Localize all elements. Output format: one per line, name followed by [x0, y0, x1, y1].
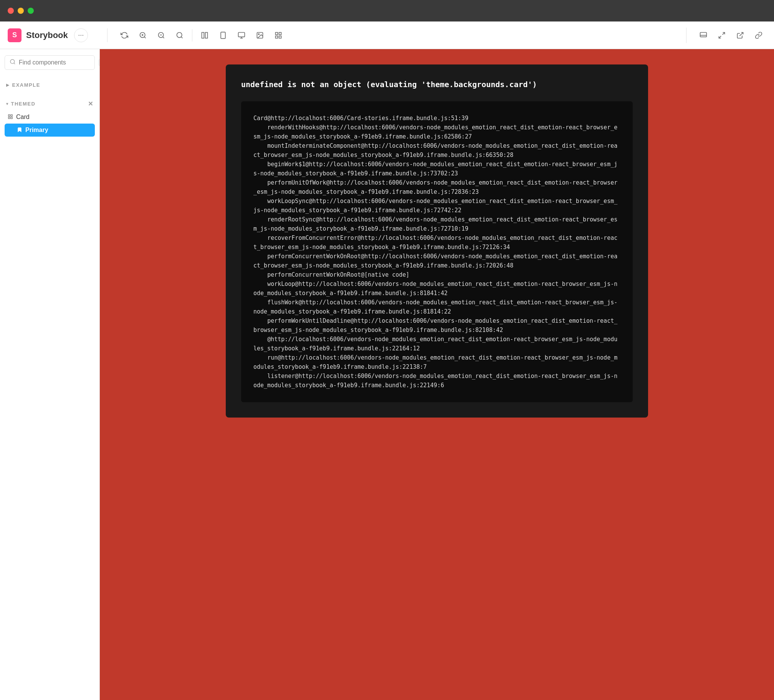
nav-section-themed-label: THEMED [11, 101, 36, 107]
svg-line-8 [181, 36, 183, 38]
zoom-out-button[interactable] [154, 28, 169, 43]
svg-rect-13 [238, 32, 245, 37]
toolbar-right [686, 28, 766, 43]
storybook-icon-letter: S [12, 31, 17, 39]
nav-section-example-header[interactable]: ▶ EXAMPLE [5, 79, 95, 91]
nav-section-themed: ▾ THEMED ✕ Card [0, 94, 99, 140]
storybook-icon: S [8, 28, 22, 42]
search-box[interactable]: / [5, 55, 95, 70]
svg-line-5 [163, 36, 164, 38]
svg-rect-10 [205, 32, 208, 38]
svg-line-1 [144, 36, 146, 38]
traffic-light-fullscreen[interactable] [28, 8, 34, 14]
content: / ▶ EXAMPLE ▾ THEMED ✕ [0, 49, 774, 700]
toolbar-separator-1 [192, 29, 192, 41]
traffic-light-close[interactable] [8, 8, 14, 14]
chevron-right-icon: ▶ [6, 83, 10, 87]
image-button[interactable] [252, 28, 268, 43]
search-icon [10, 59, 16, 66]
error-stack: Card@http://localhost:6006/Card-stories.… [241, 101, 633, 402]
preview-area: undefined is not an object (evaluating '… [100, 49, 774, 700]
svg-line-26 [739, 32, 743, 36]
svg-point-7 [177, 32, 182, 37]
storybook-title: Storybook [26, 30, 68, 40]
error-panel: undefined is not an object (evaluating '… [226, 64, 648, 418]
nav-section-example-label: EXAMPLE [12, 82, 40, 88]
zoom-reset-button[interactable] [172, 28, 187, 43]
link-button[interactable] [751, 28, 766, 43]
svg-point-27 [10, 59, 15, 64]
nav-item-card-label: Card [16, 114, 30, 121]
nav-section-example: ▶ EXAMPLE [0, 76, 99, 94]
error-title: undefined is not an object (evaluating '… [241, 80, 633, 89]
fullscreen-button[interactable] [714, 28, 729, 43]
nav-item-primary-label: Primary [25, 127, 48, 134]
svg-rect-20 [279, 36, 281, 38]
nav-item-card[interactable]: Card [5, 111, 95, 124]
svg-rect-9 [202, 32, 204, 38]
open-new-button[interactable] [733, 28, 748, 43]
nav-item-primary[interactable]: Primary [5, 124, 95, 137]
svg-line-28 [14, 63, 15, 64]
svg-rect-21 [276, 36, 278, 38]
tablet-frame-button[interactable] [234, 28, 249, 43]
side-by-side-button[interactable] [197, 28, 212, 43]
svg-rect-11 [221, 32, 225, 38]
nav-section-themed-header[interactable]: ▾ THEMED ✕ [5, 97, 95, 111]
traffic-light-minimize[interactable] [18, 8, 24, 14]
svg-rect-29 [8, 114, 10, 116]
zoom-in-button[interactable] [135, 28, 150, 43]
component-icon [8, 114, 13, 121]
toolbar-center [108, 28, 686, 43]
panel-button[interactable] [696, 28, 711, 43]
refresh-button[interactable] [117, 28, 132, 43]
svg-rect-31 [11, 117, 12, 119]
chevron-down-icon: ▾ [6, 102, 9, 106]
app: S Storybook ··· [0, 21, 774, 700]
svg-point-17 [258, 33, 260, 35]
storybook-logo: S Storybook [8, 28, 68, 42]
toolbar-left: S Storybook ··· [8, 28, 108, 42]
svg-rect-30 [11, 114, 12, 116]
titlebar [0, 0, 774, 21]
bookmark-icon [17, 127, 22, 134]
svg-rect-32 [8, 117, 10, 119]
grid-button[interactable] [271, 28, 286, 43]
sidebar: / ▶ EXAMPLE ▾ THEMED ✕ [0, 49, 100, 700]
svg-line-24 [723, 32, 725, 35]
svg-rect-22 [700, 32, 707, 37]
menu-dots-button[interactable]: ··· [74, 28, 88, 42]
svg-rect-19 [279, 32, 281, 35]
search-input[interactable] [19, 59, 96, 66]
mobile-frame-button[interactable] [215, 28, 231, 43]
close-themed-icon[interactable]: ✕ [88, 100, 94, 107]
svg-rect-18 [276, 32, 278, 35]
svg-line-25 [719, 36, 721, 38]
toolbar: S Storybook ··· [0, 21, 774, 49]
